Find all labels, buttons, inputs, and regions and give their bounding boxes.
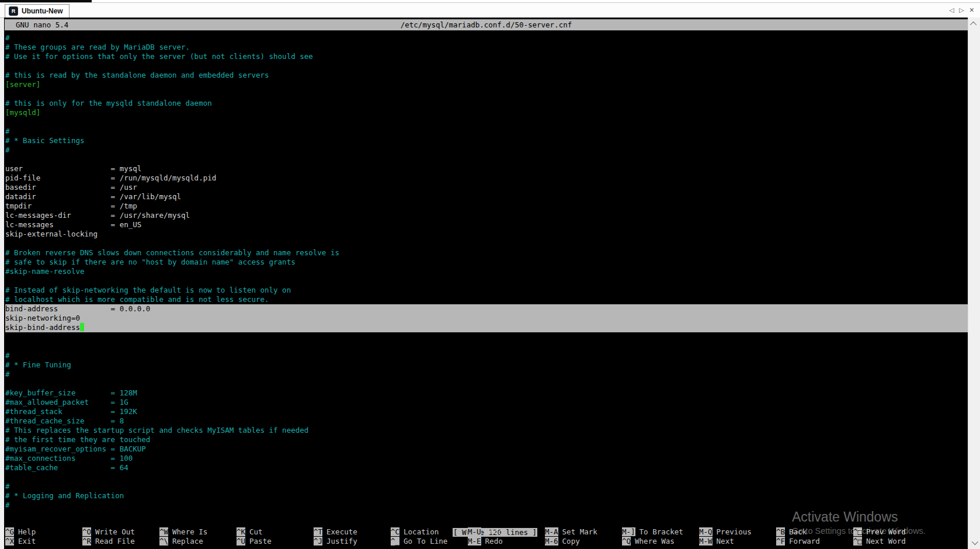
buffer-line: pid-file = /run/mysqld/mysqld.pid (5, 173, 968, 183)
buffer-line (5, 510, 968, 519)
buffer-line: #max_allowed_packet = 1G (5, 398, 968, 407)
connection-tab-bar: R Ubuntu-New ◁ ▷ × (0, 3, 980, 18)
buffer-line: lc-messages = en_US (5, 220, 968, 230)
shortcut-forward: ^FForward (776, 537, 820, 546)
buffer-line: # (5, 33, 968, 43)
buffer-line: [mysqld] (5, 108, 968, 117)
buffer-line: # (5, 501, 968, 510)
shortcut-previous: M-QPrevious (699, 527, 752, 537)
buffer-line (5, 117, 968, 127)
terminal-screen[interactable]: GNU nano 5.4 /etc/mysql/mariadb.conf.d/5… (4, 18, 968, 549)
shortcut-replace: ^\Replace (159, 537, 203, 546)
buffer-line: # localhost which is more compatible and… (5, 295, 968, 304)
shortcut-undo: M-UUndo (468, 527, 503, 537)
buffer-line: #thread_stack = 192K (5, 407, 968, 416)
shortcut-to-bracket: M-]To Bracket (622, 527, 683, 537)
vertical-scrollbar[interactable] (968, 18, 980, 549)
nano-status-bar: [ Wrote 120 lines ] (4, 519, 968, 528)
close-tab-icon[interactable]: × (969, 5, 974, 15)
buffer-line: # (5, 127, 968, 136)
shortcut-where-was: ^QWhere Was (622, 537, 675, 546)
shortcut-exit: ^XExit (5, 537, 36, 546)
buffer-line: basedir = /usr (5, 183, 968, 192)
connection-icon: R (9, 6, 18, 16)
buffer-line: #max_connections = 100 (5, 454, 968, 463)
tab-label: Ubuntu-New (22, 7, 63, 15)
scroll-up-arrow-icon[interactable] (968, 19, 980, 29)
shortcut-row-1: ^GHelp^OWrite Out^WWhere Is^KCut^TExecut… (4, 527, 968, 537)
shortcut-help: ^GHelp (5, 527, 36, 537)
buffer-line (5, 61, 968, 71)
buffer-line: #thread_cache_size = 8 (5, 416, 968, 426)
buffer-line: # Instead of skip-networking the default… (5, 286, 968, 295)
buffer-line: tmpdir = /tmp (5, 201, 968, 211)
shortcut-execute: ^TExecute (314, 527, 357, 537)
buffer-line: lc-messages-dir = /usr/share/mysql (5, 211, 968, 220)
buffer-line (5, 276, 968, 286)
buffer-line: # * Logging and Replication (5, 491, 968, 501)
shortcut-copy: M-6Copy (545, 537, 580, 546)
shortcut-where-is: ^WWhere Is (159, 527, 207, 537)
buffer-line: # These groups are read by MariaDB serve… (5, 43, 968, 52)
buffer-line: bind-address = 0.0.0.0 (5, 304, 968, 314)
buffer-line: user = mysql (5, 164, 968, 173)
nano-title-bar: GNU nano 5.4 /etc/mysql/mariadb.conf.d/5… (5, 19, 968, 30)
shortcut-justify: ^JJustify (314, 537, 357, 546)
buffer-line (5, 155, 968, 164)
buffer-line: datadir = /var/lib/mysql (5, 192, 968, 201)
buffer-line: # this is only for the mysqld standalone… (5, 99, 968, 108)
buffer-line: # Use it for options that only the serve… (5, 52, 968, 61)
tab-scroll-left-icon[interactable]: ◁ (949, 5, 954, 15)
buffer-line: # the first time they are touched (5, 435, 968, 444)
shortcut-prev-word: ^□Prev Word (853, 527, 906, 537)
buffer-line: # (5, 351, 968, 360)
shortcut-next: M-WNext (699, 537, 734, 546)
buffer-line: #skip-name-resolve (5, 267, 968, 276)
shortcut-redo: M-ERedo (468, 537, 503, 546)
window-title-strip (0, 0, 92, 2)
buffer-line: skip-networking=0 (5, 314, 968, 323)
buffer-line (5, 342, 968, 351)
buffer-line (5, 472, 968, 482)
buffer-line: # (5, 145, 968, 155)
buffer-line: # * Fine Tuning (5, 360, 968, 370)
shortcut-set-mark: M-ASet Mark (545, 527, 597, 537)
nano-buffer: ## These groups are read by MariaDB serv… (5, 33, 968, 519)
buffer-line (5, 332, 968, 342)
buffer-line: # safe to skip if there are no "host by … (5, 258, 968, 267)
buffer-line (5, 379, 968, 388)
shortcut-row-2: ^XExit^RRead File^\Replace^UPaste^JJusti… (4, 537, 968, 546)
buffer-line: #myisam_recover_options = BACKUP (5, 444, 968, 454)
buffer-line (5, 89, 968, 99)
buffer-line: # Broken reverse DNS slows down connecti… (5, 248, 968, 258)
buffer-line: # this is read by the standalone daemon … (5, 71, 968, 80)
buffer-line: # (5, 370, 968, 379)
shortcut-next-word: ^□Next Word (853, 537, 906, 546)
open-file-path: /etc/mysql/mariadb.conf.d/50-server.cnf (5, 20, 968, 30)
text-cursor (80, 323, 85, 331)
buffer-line: #key_buffer_size = 128M (5, 388, 968, 398)
buffer-line: # (5, 482, 968, 491)
shortcut-location: ^CLocation (391, 527, 439, 537)
shortcut-paste: ^UPaste (237, 537, 272, 546)
buffer-line: skip-external-locking (5, 230, 968, 239)
buffer-line (5, 239, 968, 248)
shortcut-read-file: ^RRead File (82, 537, 135, 546)
buffer-line: skip-bind-address (5, 323, 968, 332)
tab-ubuntu-new[interactable]: R Ubuntu-New (5, 4, 69, 18)
buffer-line: # This replaces the startup script and c… (5, 426, 968, 435)
buffer-line: [server] (5, 80, 968, 89)
buffer-line: # * Basic Settings (5, 136, 968, 145)
shortcut-back: ^BBack (776, 527, 807, 537)
buffer-line: #table_cache = 64 (5, 463, 968, 472)
tab-scroll-right-icon[interactable]: ▷ (959, 5, 964, 15)
scroll-down-arrow-icon[interactable] (968, 537, 980, 548)
shortcut-go-to-line: ^_Go To Line (391, 537, 447, 546)
shortcut-write-out: ^OWrite Out (82, 527, 135, 537)
shortcut-cut: ^KCut (237, 527, 263, 537)
